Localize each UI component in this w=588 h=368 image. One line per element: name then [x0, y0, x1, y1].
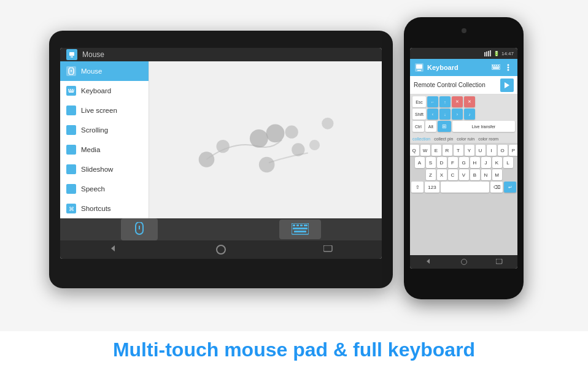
num-key[interactable]: 123: [425, 182, 439, 193]
key-i[interactable]: I: [487, 145, 497, 156]
key-e[interactable]: E: [431, 145, 441, 156]
backspace-key[interactable]: ⌫: [490, 182, 503, 193]
tablet-topbar: Mouse: [60, 48, 382, 61]
key-u[interactable]: U: [476, 145, 485, 156]
sidebar-item-mouse[interactable]: Mouse: [60, 61, 149, 81]
sidebar-label-shortcuts: Shortcuts: [81, 205, 111, 212]
key-y[interactable]: Y: [465, 145, 474, 156]
alt-key[interactable]: Alt: [425, 121, 436, 132]
phone-back-btn[interactable]: [425, 256, 432, 267]
key-f[interactable]: F: [448, 157, 458, 168]
close-key-2[interactable]: ✕: [464, 96, 475, 107]
svg-rect-9: [74, 89, 74, 90]
home-nav-btn[interactable]: [216, 245, 226, 255]
sidebar-label-slideshow: Slideshow: [81, 166, 113, 173]
play-collection-btn[interactable]: [500, 79, 514, 92]
key-o[interactable]: O: [498, 145, 508, 156]
key-g[interactable]: G: [459, 157, 469, 168]
key-t[interactable]: T: [454, 145, 463, 156]
tablet-tab-bar: [60, 218, 382, 240]
svg-rect-52: [492, 65, 493, 66]
suggest-2[interactable]: collect pin: [434, 137, 453, 141]
recent-nav-btn[interactable]: [323, 244, 333, 255]
sidebar-item-shortcuts[interactable]: ⌘ Shortcuts: [60, 199, 149, 218]
svg-text:⌘: ⌘: [69, 206, 74, 212]
enter-key[interactable]: ↵: [504, 182, 516, 193]
sidebar-item-livescreen[interactable]: Live screen: [60, 101, 149, 120]
tablet-sidebar: Mouse Keyboard Live screen: [60, 61, 149, 218]
phone-control-keys: Esc ← ↑ ✕ ✕ Shift ‹ ↓ › ♪ Ctrl Alt: [410, 94, 517, 134]
key-m[interactable]: M: [492, 169, 502, 180]
up-arrow-key[interactable]: ↑: [439, 96, 451, 107]
svg-point-60: [508, 69, 509, 71]
tablet-main-area[interactable]: [149, 61, 382, 218]
down-arrow-key[interactable]: ↓: [439, 109, 451, 120]
svg-rect-55: [498, 65, 499, 66]
key-r[interactable]: R: [443, 145, 452, 156]
sidebar-item-scrolling[interactable]: Scrolling: [60, 120, 149, 140]
key-x[interactable]: X: [437, 169, 447, 180]
svg-rect-45: [486, 52, 487, 56]
windows-key[interactable]: ⊞: [438, 121, 451, 132]
key-h[interactable]: H: [470, 157, 480, 168]
svg-marker-42: [111, 245, 115, 251]
keyboard-tab-btn[interactable]: [279, 220, 321, 239]
key-c[interactable]: C: [448, 169, 458, 180]
sidebar-item-keyboard[interactable]: Keyboard: [60, 81, 149, 101]
key-a[interactable]: A: [415, 157, 425, 168]
svg-rect-46: [488, 51, 489, 56]
left-angle-key[interactable]: ‹: [427, 109, 438, 120]
key-v[interactable]: V: [459, 169, 469, 180]
svg-rect-2: [71, 56, 73, 58]
mouse-tab-btn[interactable]: [121, 218, 158, 240]
slideshow-icon: [66, 164, 76, 174]
sidebar-label-scrolling: Scrolling: [81, 126, 108, 134]
live-transfer-key[interactable]: Live transfer: [452, 121, 515, 132]
svg-rect-47: [490, 50, 491, 56]
sidebar-item-slideshow[interactable]: Slideshow: [60, 159, 149, 179]
key-j[interactable]: J: [481, 157, 491, 168]
keyboard-icon: [66, 86, 76, 96]
media-key[interactable]: ♪: [464, 109, 475, 120]
svg-rect-49: [416, 64, 422, 69]
shift-key[interactable]: Shift: [412, 109, 426, 120]
svg-rect-8: [72, 89, 73, 90]
left-arrow-key[interactable]: ←: [427, 96, 438, 107]
close-key-1[interactable]: ✕: [452, 96, 463, 107]
suggest-3[interactable]: color ruin: [457, 137, 474, 141]
shift-bottom-key[interactable]: ⇧: [411, 182, 424, 193]
key-k[interactable]: K: [492, 157, 502, 168]
key-w[interactable]: W: [420, 145, 430, 156]
ctrl-key[interactable]: Ctrl: [412, 121, 424, 132]
svg-marker-61: [505, 82, 509, 88]
right-angle-key[interactable]: ›: [452, 109, 463, 120]
svg-point-28: [285, 126, 298, 139]
sidebar-item-speech[interactable]: Speech: [60, 179, 149, 199]
space-key[interactable]: [441, 182, 489, 193]
sidebar-label-speech: Speech: [81, 185, 105, 193]
phone-collection-row: Remote Control Collection: [410, 76, 517, 94]
phone-home-btn[interactable]: [461, 259, 467, 265]
key-d[interactable]: D: [437, 157, 447, 168]
bottom-text-area: Multi-touch mouse pad & full keyboard: [0, 331, 588, 368]
esc-key[interactable]: Esc: [412, 96, 426, 107]
suggest-1[interactable]: collection: [412, 137, 430, 141]
collection-label: Remote Control Collection: [414, 82, 500, 88]
svg-rect-57: [493, 68, 499, 69]
key-z[interactable]: Z: [426, 169, 436, 180]
scrolling-icon: [66, 125, 76, 135]
sidebar-item-media[interactable]: Media: [60, 140, 149, 159]
sidebar-label-mouse: Mouse: [81, 67, 103, 75]
back-nav-btn[interactable]: [109, 243, 118, 256]
key-s[interactable]: S: [426, 157, 436, 168]
key-p[interactable]: P: [509, 145, 518, 156]
key-b[interactable]: B: [470, 169, 480, 180]
phone-navbar: [410, 255, 517, 269]
suggest-4[interactable]: color room: [478, 137, 498, 141]
key-l[interactable]: L: [503, 157, 513, 168]
tablet-content: Mouse Keyboard Live screen: [60, 61, 382, 218]
phone-recent-btn[interactable]: [496, 256, 503, 267]
key-n[interactable]: N: [481, 169, 491, 180]
asdf-row: A S D F G H J K L: [411, 157, 516, 168]
key-q[interactable]: Q: [410, 145, 419, 156]
